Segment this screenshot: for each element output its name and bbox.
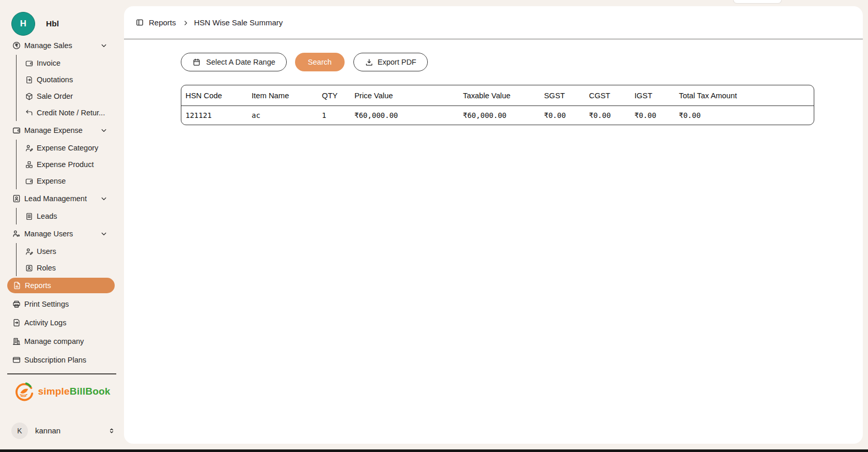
printer-icon [12, 299, 21, 309]
breadcrumb-parent[interactable]: Reports [149, 18, 176, 27]
table-cell: 121121 [181, 106, 247, 125]
sidebar-item-print-settings[interactable]: Print Settings [0, 295, 124, 313]
sidebar-item-label: Subscription Plans [24, 356, 112, 364]
boxes-icon [25, 160, 34, 169]
table-cell: ₹0.00 [630, 106, 675, 125]
chevron-down-icon [99, 41, 109, 50]
chevron-down-icon [99, 229, 109, 238]
toolbar: Select A Date Range Search Export PDF [181, 53, 814, 71]
summary-table: HSN CodeItem NameQTYPrice ValueTaxable V… [181, 85, 814, 125]
browser-pill [733, 0, 782, 4]
breadcrumb: Reports HSN Wise Sale Summary [124, 6, 863, 39]
column-header-igst: IGST [630, 85, 675, 106]
sidebar-nav: Manage SalesInvoiceQuotationsSale OrderC… [0, 36, 124, 369]
sidebar-item-label: Activity Logs [24, 319, 112, 327]
sidebar-item-activity-logs[interactable]: Activity Logs [0, 313, 124, 332]
table-cell: ₹0.00 [540, 106, 585, 125]
sidebar-item-label: Expense Category [37, 144, 98, 152]
contact-card-icon [12, 194, 21, 203]
sidebar-item-manage-users[interactable]: Manage Users [0, 224, 124, 243]
sidebar-item-quotations[interactable]: Quotations [17, 71, 124, 88]
credit-card-icon [12, 355, 21, 365]
date-range-button[interactable]: Select A Date Range [181, 53, 287, 71]
user-edit-icon [25, 247, 34, 256]
table-cell: ₹60,000.00 [350, 106, 459, 125]
sidebar-item-label: Manage Users [24, 230, 99, 238]
search-button[interactable]: Search [295, 53, 345, 71]
sidebar-item-invoice[interactable]: Invoice [17, 55, 124, 71]
wallet-icon [25, 59, 34, 68]
user-edit-icon [25, 144, 34, 153]
chevron-down-icon [99, 126, 109, 135]
bottom-edge-bar [0, 449, 868, 452]
sidebar-item-label: Print Settings [24, 300, 112, 308]
sidebar-item-expense[interactable]: Expense [17, 173, 124, 189]
sidebar-item-manage-sales[interactable]: Manage Sales [0, 36, 124, 55]
column-header-cgst: CGST [585, 85, 630, 106]
sidebar-item-label: Leads [37, 212, 57, 220]
company-name: Hbl [46, 19, 59, 28]
download-icon [365, 58, 374, 67]
user-square-icon [25, 264, 34, 273]
chevron-right-icon [182, 20, 189, 26]
sidebar-item-roles[interactable]: Roles [17, 260, 124, 276]
table-row: 121121ac1₹60,000.00₹60,000.00₹0.00₹0.00₹… [181, 106, 814, 125]
table-cell: ₹0.00 [675, 106, 814, 125]
sidebar-item-label: Lead Management [24, 194, 99, 203]
sidebar-item-expense-category[interactable]: Expense Category [17, 140, 124, 156]
sidebar-item-users[interactable]: Users [17, 243, 124, 260]
main-content-card: Reports HSN Wise Sale Summary Select A D… [124, 6, 863, 444]
package-icon [25, 92, 34, 101]
date-range-label: Select A Date Range [206, 58, 275, 66]
document-lines-icon [25, 212, 34, 221]
column-header-hsn-code: HSN Code [181, 85, 247, 106]
column-header-price-value: Price Value [350, 85, 459, 106]
sidebar-item-label: Expense Product [37, 160, 94, 169]
sidebar-item-sale-order[interactable]: Sale Order [17, 88, 124, 104]
calendar-icon [192, 58, 201, 67]
sidebar-item-label: Quotations [37, 76, 73, 84]
company-avatar[interactable]: H [11, 12, 35, 36]
column-header-taxable-value: Taxable Value [459, 85, 540, 106]
app-logo: simpleBillBook [0, 381, 124, 402]
sidebar-item-label: Sale Order [37, 92, 73, 100]
sidebar-item-expense-product[interactable]: Expense Product [17, 156, 124, 173]
sidebar-item-subscription-plans[interactable]: Subscription Plans [0, 351, 124, 369]
brand: H Hbl [11, 12, 124, 36]
column-header-total-tax-amount: Total Tax Amount [675, 85, 814, 106]
sidebar-item-label: Expense [37, 177, 66, 185]
sidebar-item-lead-management[interactable]: Lead Management [0, 189, 124, 208]
column-header-item-name: Item Name [247, 85, 318, 106]
user-avatar: K [11, 423, 28, 439]
logo-text: simpleBillBook [38, 386, 110, 397]
sidebar-item-credit-note-retur[interactable]: Credit Note / Retur... [17, 104, 124, 121]
table-cell: ac [247, 106, 318, 125]
sidebar-item-leads[interactable]: Leads [17, 208, 124, 224]
document-arrow-icon [12, 318, 21, 327]
table-cell: 1 [318, 106, 350, 125]
sidebar-item-manage-expense[interactable]: Manage Expense [0, 121, 124, 140]
user-menu[interactable]: K kannan [11, 423, 116, 439]
sidebar-item-label: Manage Sales [24, 41, 99, 50]
sidebar-item-label: Invoice [37, 59, 60, 67]
rupee-coin-icon [12, 41, 21, 50]
sidebar-subgroup-lead-management: Leads [16, 208, 124, 224]
updown-icon[interactable] [107, 427, 116, 435]
export-pdf-button[interactable]: Export PDF [353, 53, 428, 71]
sidebar-toggle-icon[interactable] [135, 18, 144, 27]
users-icon [12, 229, 21, 238]
sidebar-subgroup-manage-expense: Expense CategoryExpense ProductExpense [16, 140, 124, 189]
sidebar-item-reports[interactable]: Reports [7, 278, 115, 293]
breadcrumb-current: HSN Wise Sale Summary [194, 18, 283, 27]
sidebar-item-label: Manage Expense [24, 126, 99, 134]
wallet-icon [25, 177, 34, 186]
column-header-qty: QTY [318, 85, 350, 106]
sidebar: H Hbl Manage SalesInvoiceQuotationsSale … [0, 0, 124, 449]
document-arrow-icon [25, 76, 34, 84]
table-cell: ₹0.00 [585, 106, 630, 125]
logo-text-simple: simple [38, 386, 69, 397]
sidebar-item-label: Reports [25, 281, 107, 290]
table-cell: ₹60,000.00 [459, 106, 540, 125]
building-icon [12, 337, 21, 346]
sidebar-item-manage-company[interactable]: Manage company [0, 332, 124, 351]
